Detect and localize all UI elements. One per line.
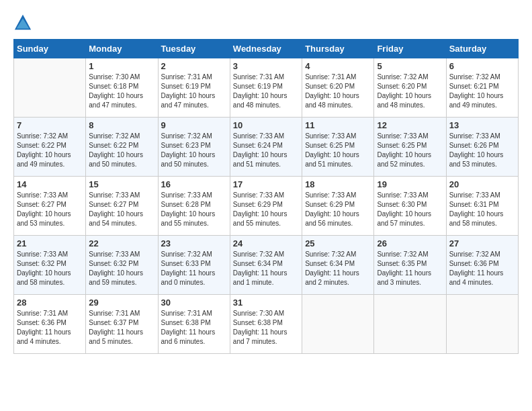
day-info: Sunrise: 7:31 AM Sunset: 6:19 PM Dayligh… [233, 73, 299, 110]
calendar-cell: 16Sunrise: 7:33 AM Sunset: 6:28 PM Dayli… [158, 177, 230, 236]
day-info: Sunrise: 7:33 AM Sunset: 6:27 PM Dayligh… [17, 191, 83, 228]
day-info: Sunrise: 7:32 AM Sunset: 6:34 PM Dayligh… [305, 250, 371, 287]
day-info: Sunrise: 7:30 AM Sunset: 6:38 PM Dayligh… [233, 309, 299, 347]
day-number: 9 [161, 120, 227, 130]
day-number: 31 [233, 298, 299, 308]
day-info: Sunrise: 7:32 AM Sunset: 6:23 PM Dayligh… [161, 132, 227, 169]
calendar-cell: 22Sunrise: 7:33 AM Sunset: 6:32 PM Dayli… [86, 236, 158, 295]
day-number: 6 [449, 61, 515, 71]
day-number: 29 [89, 298, 154, 308]
day-info: Sunrise: 7:33 AM Sunset: 6:32 PM Dayligh… [17, 250, 83, 287]
calendar-cell [302, 295, 374, 354]
day-info: Sunrise: 7:33 AM Sunset: 6:25 PM Dayligh… [377, 132, 443, 169]
day-number: 30 [161, 298, 227, 308]
day-info: Sunrise: 7:33 AM Sunset: 6:32 PM Dayligh… [89, 250, 154, 287]
calendar-cell: 10Sunrise: 7:33 AM Sunset: 6:24 PM Dayli… [230, 118, 302, 177]
day-number: 2 [161, 61, 227, 71]
calendar-cell: 29Sunrise: 7:31 AM Sunset: 6:37 PM Dayli… [86, 295, 158, 354]
day-info: Sunrise: 7:33 AM Sunset: 6:28 PM Dayligh… [161, 191, 227, 228]
calendar-cell: 9Sunrise: 7:32 AM Sunset: 6:23 PM Daylig… [158, 118, 230, 177]
day-info: Sunrise: 7:31 AM Sunset: 6:38 PM Dayligh… [161, 309, 227, 347]
calendar-body: 1Sunrise: 7:30 AM Sunset: 6:18 PM Daylig… [14, 58, 519, 354]
day-of-week-header: Monday [86, 40, 158, 58]
calendar-cell: 1Sunrise: 7:30 AM Sunset: 6:18 PM Daylig… [86, 58, 158, 118]
day-of-week-header: Sunday [14, 40, 86, 58]
day-info: Sunrise: 7:33 AM Sunset: 6:24 PM Dayligh… [233, 132, 299, 169]
day-info: Sunrise: 7:32 AM Sunset: 6:35 PM Dayligh… [377, 250, 443, 287]
day-info: Sunrise: 7:33 AM Sunset: 6:29 PM Dayligh… [305, 191, 371, 228]
day-number: 16 [161, 179, 227, 189]
day-of-week-header: Saturday [446, 40, 518, 58]
calendar-week-row: 28Sunrise: 7:31 AM Sunset: 6:36 PM Dayli… [14, 295, 519, 354]
calendar-cell [446, 295, 518, 354]
day-info: Sunrise: 7:30 AM Sunset: 6:18 PM Dayligh… [89, 73, 154, 110]
day-info: Sunrise: 7:33 AM Sunset: 6:29 PM Dayligh… [233, 191, 299, 228]
day-info: Sunrise: 7:32 AM Sunset: 6:34 PM Dayligh… [233, 250, 299, 287]
calendar-cell: 19Sunrise: 7:33 AM Sunset: 6:30 PM Dayli… [374, 177, 446, 236]
day-number: 7 [17, 120, 83, 130]
day-number: 23 [161, 238, 227, 248]
day-number: 1 [89, 61, 154, 71]
calendar-cell: 30Sunrise: 7:31 AM Sunset: 6:38 PM Dayli… [158, 295, 230, 354]
calendar-cell: 11Sunrise: 7:33 AM Sunset: 6:25 PM Dayli… [302, 118, 374, 177]
day-number: 13 [449, 120, 515, 130]
calendar-cell: 14Sunrise: 7:33 AM Sunset: 6:27 PM Dayli… [14, 177, 86, 236]
calendar-cell: 24Sunrise: 7:32 AM Sunset: 6:34 PM Dayli… [230, 236, 302, 295]
calendar-cell: 4Sunrise: 7:31 AM Sunset: 6:20 PM Daylig… [302, 58, 374, 118]
day-info: Sunrise: 7:31 AM Sunset: 6:36 PM Dayligh… [17, 309, 83, 347]
day-info: Sunrise: 7:31 AM Sunset: 6:37 PM Dayligh… [89, 309, 154, 347]
day-info: Sunrise: 7:31 AM Sunset: 6:20 PM Dayligh… [305, 73, 371, 110]
day-info: Sunrise: 7:33 AM Sunset: 6:26 PM Dayligh… [449, 132, 515, 169]
calendar-week-row: 1Sunrise: 7:30 AM Sunset: 6:18 PM Daylig… [14, 58, 519, 118]
calendar-cell: 12Sunrise: 7:33 AM Sunset: 6:25 PM Dayli… [374, 118, 446, 177]
day-number: 21 [17, 238, 83, 248]
day-number: 25 [305, 238, 371, 248]
day-number: 18 [305, 179, 371, 189]
day-number: 27 [449, 238, 515, 248]
day-number: 19 [377, 179, 443, 189]
day-of-week-header: Wednesday [230, 40, 302, 58]
calendar-cell: 3Sunrise: 7:31 AM Sunset: 6:19 PM Daylig… [230, 58, 302, 118]
day-info: Sunrise: 7:33 AM Sunset: 6:31 PM Dayligh… [449, 191, 515, 228]
calendar-cell: 27Sunrise: 7:32 AM Sunset: 6:36 PM Dayli… [446, 236, 518, 295]
day-number: 17 [233, 179, 299, 189]
calendar-table: SundayMondayTuesdayWednesdayThursdayFrid… [13, 39, 519, 354]
calendar-cell: 21Sunrise: 7:33 AM Sunset: 6:32 PM Dayli… [14, 236, 86, 295]
calendar-week-row: 7Sunrise: 7:32 AM Sunset: 6:22 PM Daylig… [14, 118, 519, 177]
days-of-week-row: SundayMondayTuesdayWednesdayThursdayFrid… [14, 40, 519, 58]
day-info: Sunrise: 7:33 AM Sunset: 6:25 PM Dayligh… [305, 132, 371, 169]
calendar-cell: 6Sunrise: 7:32 AM Sunset: 6:21 PM Daylig… [446, 58, 518, 118]
day-number: 8 [89, 120, 154, 130]
calendar-cell: 18Sunrise: 7:33 AM Sunset: 6:29 PM Dayli… [302, 177, 374, 236]
day-number: 14 [17, 179, 83, 189]
day-number: 4 [305, 61, 371, 71]
day-number: 20 [449, 179, 515, 189]
calendar-cell: 13Sunrise: 7:33 AM Sunset: 6:26 PM Dayli… [446, 118, 518, 177]
day-number: 22 [89, 238, 154, 248]
day-of-week-header: Thursday [302, 40, 374, 58]
calendar-cell: 5Sunrise: 7:32 AM Sunset: 6:20 PM Daylig… [374, 58, 446, 118]
page-header [13, 13, 519, 32]
day-number: 15 [89, 179, 154, 189]
day-number: 3 [233, 61, 299, 71]
day-of-week-header: Friday [374, 40, 446, 58]
calendar-cell: 28Sunrise: 7:31 AM Sunset: 6:36 PM Dayli… [14, 295, 86, 354]
calendar-cell: 26Sunrise: 7:32 AM Sunset: 6:35 PM Dayli… [374, 236, 446, 295]
calendar-cell: 7Sunrise: 7:32 AM Sunset: 6:22 PM Daylig… [14, 118, 86, 177]
calendar-cell: 25Sunrise: 7:32 AM Sunset: 6:34 PM Dayli… [302, 236, 374, 295]
calendar-cell: 8Sunrise: 7:32 AM Sunset: 6:22 PM Daylig… [86, 118, 158, 177]
day-of-week-header: Tuesday [158, 40, 230, 58]
day-info: Sunrise: 7:33 AM Sunset: 6:27 PM Dayligh… [89, 191, 154, 228]
calendar-cell: 2Sunrise: 7:31 AM Sunset: 6:19 PM Daylig… [158, 58, 230, 118]
calendar-cell: 20Sunrise: 7:33 AM Sunset: 6:31 PM Dayli… [446, 177, 518, 236]
calendar-week-row: 14Sunrise: 7:33 AM Sunset: 6:27 PM Dayli… [14, 177, 519, 236]
day-info: Sunrise: 7:31 AM Sunset: 6:19 PM Dayligh… [161, 73, 227, 110]
calendar-week-row: 21Sunrise: 7:33 AM Sunset: 6:32 PM Dayli… [14, 236, 519, 295]
day-info: Sunrise: 7:32 AM Sunset: 6:36 PM Dayligh… [449, 250, 515, 287]
calendar-cell [14, 58, 86, 118]
day-info: Sunrise: 7:32 AM Sunset: 6:22 PM Dayligh… [17, 132, 83, 169]
day-number: 12 [377, 120, 443, 130]
day-number: 26 [377, 238, 443, 248]
day-info: Sunrise: 7:32 AM Sunset: 6:22 PM Dayligh… [89, 132, 154, 169]
day-info: Sunrise: 7:33 AM Sunset: 6:30 PM Dayligh… [377, 191, 443, 228]
